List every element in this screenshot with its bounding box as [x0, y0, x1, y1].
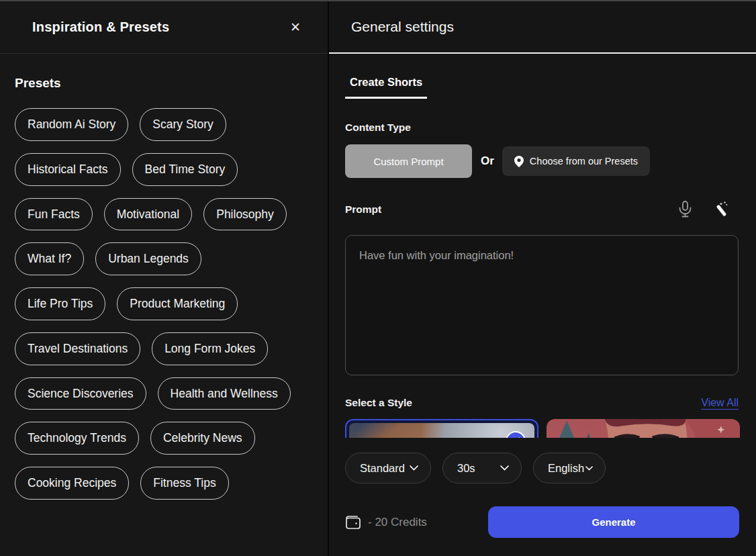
view-all-link[interactable]: View All [701, 397, 739, 409]
choose-presets-button[interactable]: Choose from our Presets [502, 146, 650, 176]
preset-pill[interactable]: Health and Wellness [158, 377, 291, 410]
quality-dropdown[interactable]: Standard [345, 453, 431, 483]
quality-value: Standard [360, 462, 405, 475]
generate-button[interactable]: Generate [488, 506, 739, 538]
preset-pill[interactable]: Random Ai Story [15, 108, 128, 141]
select-style-label: Select a Style [345, 397, 412, 409]
presets-section-title: Presets [15, 76, 313, 91]
preset-pill[interactable]: Philosophy [203, 198, 287, 231]
footer-row: - 20 Credits Generate [345, 506, 739, 538]
panel-title: Inspiration & Presets [32, 19, 169, 35]
preset-pill[interactable]: Science Discoveries [15, 377, 146, 410]
style-card-list [345, 419, 739, 438]
style-card-comic[interactable] [547, 419, 740, 438]
settings-content: Create Shorts Content Type Custom Prompt… [329, 54, 756, 438]
tab-label: Create Shorts [350, 76, 422, 88]
prompt-label: Prompt [345, 203, 381, 216]
duration-dropdown[interactable]: 30s [442, 453, 522, 483]
preset-list: Random Ai StoryScary StoryHistorical Fac… [15, 108, 303, 500]
credits-label: - 20 Credits [368, 516, 427, 529]
microphone-icon[interactable] [679, 201, 692, 218]
preset-pill[interactable]: Celebrity News [150, 422, 255, 455]
preset-pill[interactable]: Product Marketing [117, 287, 238, 320]
comic-style-thumbnail [547, 419, 740, 438]
preset-pill[interactable]: Fitness Tips [140, 467, 228, 500]
location-pin-icon [514, 156, 524, 167]
options-row: Standard 30s English [345, 453, 739, 483]
preset-pill[interactable]: Urban Legends [95, 242, 201, 275]
chevron-down-icon [410, 465, 418, 471]
custom-prompt-button[interactable]: Custom Prompt [345, 144, 472, 178]
preset-pill[interactable]: What If? [15, 242, 84, 275]
preset-pill[interactable]: Bed Time Story [132, 153, 238, 186]
content-type-row: Custom Prompt Or Choose from our Presets [345, 144, 739, 178]
preset-pill[interactable]: Life Pro Tips [15, 287, 105, 320]
preset-pill[interactable]: Motivational [104, 198, 192, 231]
preset-pill[interactable]: Technology Trends [15, 422, 139, 455]
bottom-bar: Standard 30s English - 20 Credits [329, 438, 756, 556]
inspiration-presets-panel: Inspiration & Presets ✕ Presets Random A… [0, 1, 329, 556]
check-icon [511, 437, 520, 438]
prompt-row: Prompt [345, 201, 739, 218]
page-title: General settings [351, 19, 454, 35]
magic-wand-icon[interactable] [714, 201, 729, 218]
or-label: Or [481, 154, 494, 168]
choose-presets-label: Choose from our Presets [530, 156, 638, 167]
style-card-realistic[interactable] [345, 419, 538, 438]
tab-create-shorts[interactable]: Create Shorts [345, 76, 427, 99]
language-value: English [548, 462, 584, 475]
prompt-input[interactable] [345, 235, 739, 375]
left-panel-header: Inspiration & Presets ✕ [0, 1, 328, 54]
content-type-label: Content Type [345, 122, 739, 134]
preset-pill[interactable]: Cooking Recipes [15, 467, 129, 500]
preset-pill[interactable]: Fun Facts [15, 198, 93, 231]
prompt-icons [679, 201, 739, 218]
chevron-down-icon [500, 465, 509, 471]
preset-pill[interactable]: Travel Destinations [15, 332, 140, 365]
right-panel-header: General settings [329, 1, 756, 54]
close-icon[interactable]: ✕ [290, 21, 301, 34]
preset-pill[interactable]: Historical Facts [15, 153, 121, 186]
style-row: Select a Style View All [345, 397, 739, 409]
language-dropdown[interactable]: English [533, 453, 606, 483]
wallet-icon [345, 515, 361, 530]
chevron-down-icon [585, 466, 593, 471]
duration-value: 30s [457, 462, 475, 475]
credits-group: - 20 Credits [345, 515, 427, 530]
general-settings-panel: General settings Create Shorts Content T… [329, 1, 756, 556]
preset-pill[interactable]: Scary Story [140, 108, 226, 141]
preset-pill[interactable]: Long Form Jokes [152, 332, 268, 365]
left-panel-content: Presets Random Ai StoryScary StoryHistor… [0, 54, 328, 500]
